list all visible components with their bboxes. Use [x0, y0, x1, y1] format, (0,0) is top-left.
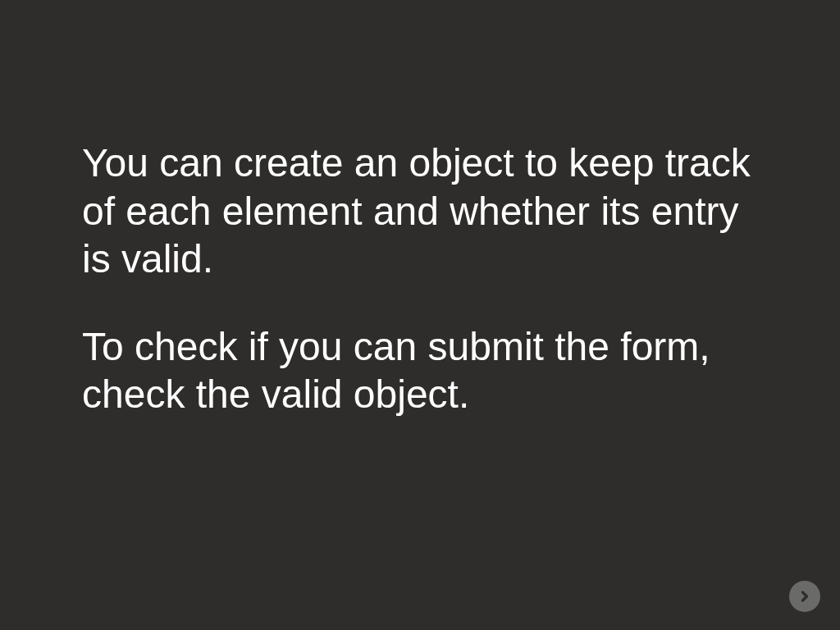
svg-point-0 — [797, 589, 812, 604]
paragraph-1: You can create an object to keep track o… — [82, 139, 758, 284]
slide-body: You can create an object to keep track o… — [82, 139, 758, 419]
next-slide-button[interactable] — [789, 581, 820, 612]
arrow-right-icon — [797, 588, 813, 605]
paragraph-2: To check if you can submit the form, che… — [82, 323, 758, 419]
slide: You can create an object to keep track o… — [0, 0, 840, 630]
